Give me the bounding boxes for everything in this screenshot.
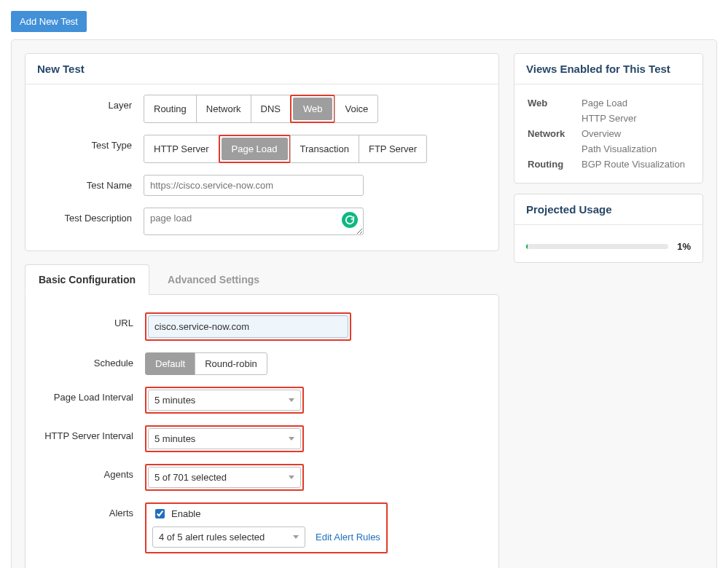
- layer-option-web[interactable]: Web: [293, 98, 333, 120]
- main-panel: New Test Layer Routing Network DNS Web: [11, 39, 717, 568]
- test-type-transaction[interactable]: Transaction: [290, 135, 359, 163]
- url-label: URL: [39, 312, 145, 328]
- schedule-group: Default Round-robin: [145, 352, 267, 375]
- agents-value: 5 of 701 selected: [154, 472, 227, 483]
- schedule-round-robin[interactable]: Round-robin: [195, 352, 267, 375]
- alert-rules-select[interactable]: 4 of 5 alert rules selected: [152, 526, 305, 548]
- layer-label: Layer: [37, 95, 144, 111]
- views-cat-network: Network: [528, 127, 580, 141]
- test-description-label: Test Description: [37, 208, 144, 224]
- projected-usage-title: Projected Usage: [514, 194, 702, 225]
- caret-down-icon: [289, 476, 294, 479]
- alerts-label: Alerts: [39, 502, 145, 518]
- http-server-interval-select[interactable]: 5 minutes: [148, 428, 301, 449]
- views-item: Page Load: [582, 96, 689, 110]
- usage-percent: 1%: [677, 241, 691, 252]
- views-table: Web Page Load HTTP Server Network Overvi…: [526, 95, 691, 173]
- test-type-ftp-server[interactable]: FTP Server: [359, 135, 427, 163]
- test-name-label: Test Name: [37, 175, 144, 191]
- http-server-interval-label: HTTP Server Interval: [39, 425, 145, 441]
- views-enabled-title: Views Enabled for This Test: [514, 54, 702, 84]
- add-new-test-button[interactable]: Add New Test: [11, 11, 87, 32]
- tab-advanced-settings[interactable]: Advanced Settings: [154, 264, 273, 295]
- layer-group: Routing Network DNS Web Voice: [144, 95, 378, 123]
- layer-option-voice[interactable]: Voice: [334, 95, 378, 123]
- grammarly-icon[interactable]: [342, 212, 358, 228]
- caret-down-icon: [293, 535, 299, 539]
- agents-select[interactable]: 5 of 701 selected: [148, 467, 301, 488]
- alerts-enable-checkbox[interactable]: [155, 509, 165, 518]
- views-item: Path Visualization: [582, 142, 689, 156]
- usage-progress-fill: [526, 244, 528, 249]
- schedule-default[interactable]: Default: [145, 352, 195, 375]
- layer-option-dns[interactable]: DNS: [251, 95, 291, 123]
- test-type-group: HTTP Server Page Load Transaction FTP Se…: [144, 135, 427, 163]
- views-enabled-panel: Views Enabled for This Test Web Page Loa…: [514, 53, 703, 184]
- views-item: Overview: [582, 127, 689, 141]
- usage-progress-bar: [526, 244, 668, 249]
- page-load-interval-select[interactable]: 5 minutes: [148, 390, 301, 411]
- new-test-title: New Test: [26, 54, 498, 84]
- page-load-interval-label: Page Load Interval: [39, 387, 145, 403]
- test-type-page-load[interactable]: Page Load: [222, 138, 288, 160]
- views-item: BGP Route Visualization: [582, 157, 689, 171]
- url-input[interactable]: [148, 315, 348, 338]
- page-load-interval-value: 5 minutes: [154, 395, 195, 406]
- layer-option-routing[interactable]: Routing: [144, 95, 197, 123]
- test-type-http-server[interactable]: HTTP Server: [144, 135, 219, 163]
- alert-rules-value: 4 of 5 alert rules selected: [159, 532, 265, 543]
- alerts-enable-label: Enable: [171, 508, 200, 519]
- agents-label: Agents: [39, 464, 145, 480]
- test-type-label: Test Type: [37, 135, 144, 151]
- test-name-input[interactable]: [144, 175, 364, 196]
- projected-usage-panel: Projected Usage 1%: [514, 194, 703, 263]
- caret-down-icon: [289, 398, 294, 402]
- http-server-interval-value: 5 minutes: [154, 433, 195, 444]
- views-cat-routing: Routing: [528, 157, 580, 171]
- test-description-textarea[interactable]: [144, 208, 364, 235]
- schedule-label: Schedule: [39, 352, 145, 368]
- new-test-panel: New Test Layer Routing Network DNS Web: [25, 53, 499, 251]
- layer-option-network[interactable]: Network: [196, 95, 251, 123]
- tab-basic-configuration[interactable]: Basic Configuration: [25, 264, 149, 295]
- views-item: HTTP Server: [582, 111, 689, 125]
- basic-config-panel: URL Schedule Default Round-robin: [25, 294, 499, 568]
- config-tabs: Basic Configuration Advanced Settings: [25, 264, 499, 295]
- caret-down-icon: [289, 437, 294, 441]
- edit-alert-rules-link[interactable]: Edit Alert Rules: [316, 532, 380, 543]
- views-cat-web: Web: [528, 96, 580, 110]
